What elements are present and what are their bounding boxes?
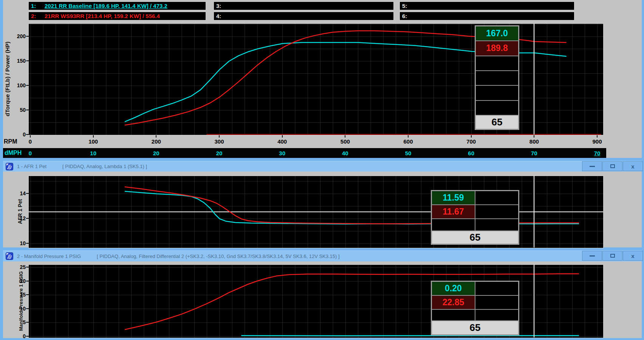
y-tick-mark [26,281,29,281]
rpm-tick-mark [408,135,409,138]
panel-divider-1 [0,158,644,161]
mp-close-button[interactable]: x [623,251,643,261]
mp-chart-y-axis-label: Manifold Pressure 1 PSIG [17,264,25,337]
rpm-tick-label: 200 [147,138,165,145]
legend-run-4[interactable]: 4: [214,12,394,20]
y-tick-mark [26,193,29,194]
rpm-tick-mark [534,135,534,138]
y-tick-label: 14 [8,191,26,196]
readout-empty-cell [475,295,519,309]
afr-window-subtitle: [ PIDDAQ, Analog, Lambda 1 (SK5.1) ] [62,164,147,169]
legend-run-1-label: 2021 RR Baseline [189.6 HP, 141.4 KW] / … [45,3,167,9]
rpm-tick-mark [597,135,598,138]
y-tick-label: 5 [8,320,26,325]
rpm-tick-label: 900 [588,138,606,145]
mp-maximize-button[interactable] [602,251,622,261]
mp-window-subtitle: [ PIDDAQ, Analog, Filtered Differential … [97,253,340,259]
y-tick-label: 0 [8,334,26,339]
winpep-app-icon [6,252,13,260]
y-tick-mark [26,308,29,309]
main-chart-y-axis-label: dTorque (FtLb) / Power (HP) [2,23,12,134]
legend-run-1[interactable]: 1: 2021 RR Baseline [189.6 HP, 141.4 KW]… [28,2,206,10]
legend-run-4-number: 4: [216,13,230,19]
readout-empty-cell [432,309,475,321]
readout-run1-value: 0.20 [432,281,475,295]
rpm-tick-label: 300 [211,138,228,145]
close-icon: x [631,164,634,169]
readout-empty-cell [432,219,475,231]
cursor-line-main[interactable] [534,23,534,134]
rpm-tick-mark [219,135,220,138]
y-tick-label: 200 [8,34,26,39]
dmph-tick-label: 10 [85,150,102,156]
dmph-tick-label: 50 [399,150,417,156]
y-tick-mark [26,110,29,110]
legend-run-2-number: 2: [31,13,45,19]
readout-run2-value: 189.8 [475,41,519,56]
rpm-tick-mark [345,135,345,138]
y-tick-label: 150 [8,58,26,63]
dmph-tick-label: 20 [147,150,165,156]
readout-cursor-position: 65 [432,321,519,335]
readout-run2-value: 22.85 [432,295,475,309]
rpm-tick-label: 500 [336,138,354,145]
readout-empty-cell [475,219,519,231]
rpm-tick-mark [282,135,283,138]
y-tick-mark [26,218,29,219]
afr-window-title: 1 - AFR 1 Pet [17,164,46,169]
main-cursor-readout-box: 167.0 189.8 65 [475,25,519,130]
readout-cursor-position: 65 [475,115,519,129]
afr-close-button[interactable]: x [623,161,643,171]
afr-maximize-button[interactable] [602,161,622,171]
y-tick-label: 10 [8,241,26,246]
legend-run-5-number: 5: [402,3,416,9]
minimize-icon [590,166,595,167]
winpep-app-icon [6,163,13,170]
readout-cursor-position: 65 [432,231,519,244]
close-icon: x [631,253,634,259]
y-tick-mark [26,294,29,295]
legend-run-3-number: 3: [216,3,230,9]
y-tick-label: 25 [8,264,26,270]
readout-empty-cell [475,191,519,205]
cursor-line-afr[interactable] [534,176,534,247]
readout-empty-cell [475,309,519,321]
legend-run-1-number: 1: [31,3,45,9]
rpm-tick-mark [156,135,156,138]
y-tick-label: 0 [8,132,26,137]
dmph-tick-label: 40 [336,150,354,156]
readout-run1-value: 11.59 [432,191,475,205]
dmph-tick-label: 30 [274,150,291,156]
dmph-tick-label: 20 [211,150,228,156]
cursor-line-mp[interactable] [534,264,534,337]
afr-chart-y-axis-label: AFR 1 Pet [16,176,24,247]
legend-run-2[interactable]: 2: 21RR WS93RR [213.4 HP, 159.2 KW] / 55… [28,12,206,20]
y-tick-mark [26,36,29,37]
readout-empty-cell [475,205,519,219]
minimize-icon [590,255,595,257]
dmph-tick-label: 60 [463,150,480,156]
dmph-tick-label: 70 [588,150,606,156]
dmph-tick-label: 70 [525,150,543,156]
legend-run-5[interactable]: 5: [399,2,574,10]
mp-window-title: 2 - Manifold Pressure 1 PSIG [17,253,81,259]
y-tick-mark [26,243,29,244]
legend-run-6[interactable]: 6: [399,12,574,20]
mp-window-titlebar[interactable]: 2 - Manifold Pressure 1 PSIG [ PIDDAQ, A… [3,250,642,261]
readout-run1-value: 167.0 [475,26,519,41]
y-tick-label: 20 [8,278,26,284]
mp-minimize-button[interactable] [582,251,602,261]
rpm-axis-label: RPM [4,138,17,145]
readout-run2-value: 11.67 [432,205,475,219]
y-tick-mark [26,336,29,337]
afr-minimize-button[interactable] [582,161,602,171]
readout-empty-cell [475,281,519,295]
afr-window-titlebar[interactable]: 1 - AFR 1 Pet [ PIDDAQ, Analog, Lambda 1… [3,161,642,172]
rpm-tick-label: 800 [525,138,543,145]
rpm-tick-label: 0 [22,138,39,145]
legend-run-3[interactable]: 3: [214,2,394,10]
readout-empty-cell [475,100,519,115]
dmph-tick-label: 0 [22,150,39,156]
readout-empty-cell [475,56,519,71]
readout-empty-cell [475,71,519,85]
